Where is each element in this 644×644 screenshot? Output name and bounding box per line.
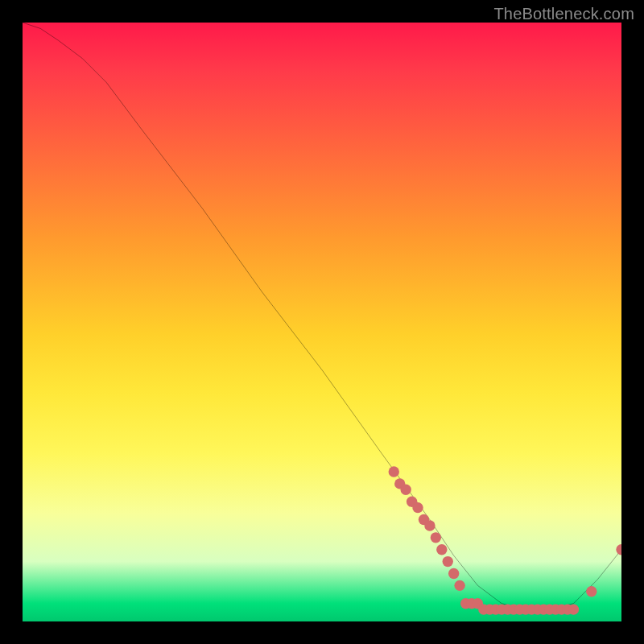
dot-left-dot-cluster <box>412 502 423 513</box>
dot-rise-dots <box>616 544 621 555</box>
watermark-text: TheBottleneck.com <box>493 5 634 23</box>
dot-transition-dots <box>443 556 453 567</box>
dot-rise-dots <box>586 586 597 597</box>
dot-left-dot-cluster <box>389 466 399 477</box>
plot-area <box>23 23 621 621</box>
chart-layer <box>23 23 621 615</box>
series-curve <box>23 23 621 609</box>
dot-transition-dots <box>454 580 464 591</box>
dot-transition-dots <box>448 568 459 579</box>
dot-left-dot-cluster <box>424 520 435 530</box>
dot-left-dot-cluster <box>400 485 411 495</box>
chart-stage: TheBottleneck.com <box>0 0 644 644</box>
dot-bottom-dot-cluster <box>568 604 579 614</box>
chart-svg <box>23 23 621 621</box>
dot-left-dot-cluster <box>436 544 447 555</box>
dot-left-dot-cluster <box>431 532 441 543</box>
